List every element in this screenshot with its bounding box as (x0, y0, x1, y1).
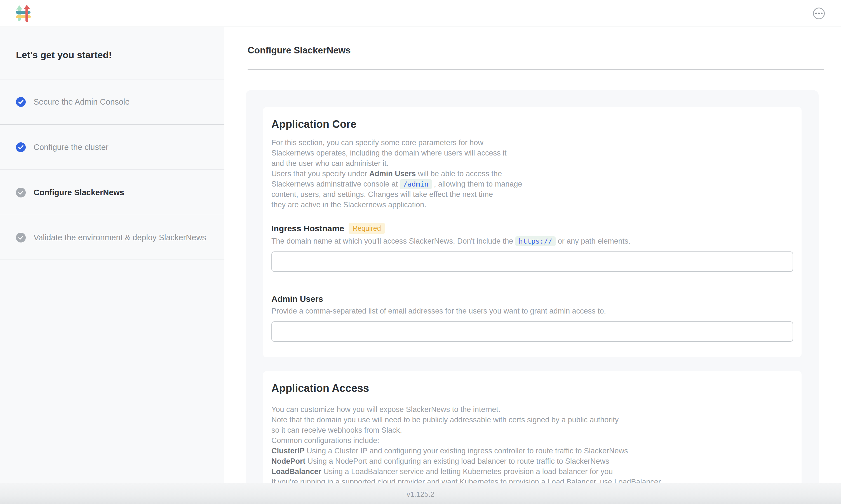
slackernews-logo-icon (16, 5, 31, 22)
sidebar-title: Let's get you started! (0, 27, 225, 79)
ingress-hostname-label: Ingress Hostname (271, 224, 344, 233)
ingress-hostname-help: The domain name at which you'll access S… (271, 236, 793, 247)
admin-users-help: Provide a comma-separated list of email … (271, 306, 793, 316)
admin-users-input[interactable] (271, 321, 793, 342)
step-label: Configure the cluster (34, 142, 109, 152)
sidebar-step-configure-cluster[interactable]: Configure the cluster (0, 124, 225, 169)
title-divider (248, 69, 824, 70)
version-label: v1.125.2 (407, 490, 434, 499)
section-heading: Application Core (271, 118, 793, 130)
step-label: Secure the Admin Console (34, 97, 129, 107)
config-panel: Application Core For this section, you c… (246, 90, 819, 483)
step-label: Configure SlackerNews (34, 187, 124, 198)
admin-users-field-group: Admin Users Provide a comma-separated li… (271, 294, 793, 342)
app-footer: v1.125.2 (0, 483, 841, 504)
check-circle-icon (16, 188, 26, 197)
required-badge: Required (348, 223, 385, 234)
step-label: Validate the environment & deploy Slacke… (34, 232, 206, 243)
https-code-chip: https:// (515, 236, 556, 246)
check-circle-icon (16, 97, 26, 107)
admin-users-label: Admin Users (271, 294, 323, 304)
top-header (0, 0, 841, 27)
ingress-hostname-input[interactable] (271, 251, 793, 272)
more-options-button[interactable] (813, 7, 825, 19)
application-access-card: Application Access You can customize how… (263, 371, 802, 483)
admin-path-code-chip: /admin (400, 179, 432, 189)
application-core-card: Application Core For this section, you c… (263, 107, 802, 357)
sidebar-step-validate-deploy[interactable]: Validate the environment & deploy Slacke… (0, 215, 225, 260)
check-circle-icon (16, 233, 26, 242)
setup-steps-sidebar: Let's get you started! Secure the Admin … (0, 27, 225, 483)
sidebar-step-secure-admin-console[interactable]: Secure the Admin Console (0, 79, 225, 124)
ellipsis-icon (815, 13, 817, 14)
page-title: Configure SlackerNews (248, 45, 841, 56)
section-description: You can customize how you will expose Sl… (271, 404, 793, 483)
config-main-area: Configure SlackerNews Application Core F… (225, 27, 841, 483)
ingress-hostname-field-group: Ingress Hostname Required The domain nam… (271, 223, 793, 272)
section-description: For this section, you can specify some c… (271, 138, 793, 210)
check-circle-icon (16, 142, 26, 152)
section-heading: Application Access (271, 382, 793, 394)
sidebar-step-configure-slackernews[interactable]: Configure SlackerNews (0, 169, 225, 215)
